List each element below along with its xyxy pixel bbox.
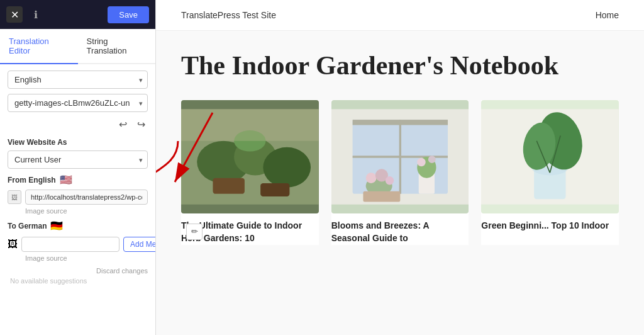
- card-1-image: [181, 100, 319, 213]
- undo-button[interactable]: ↩: [116, 117, 130, 132]
- svg-point-16: [385, 177, 393, 185]
- to-input-row: 🖼 Add Media: [8, 237, 148, 252]
- svg-point-14: [365, 173, 376, 184]
- close-button[interactable]: ✕: [6, 6, 23, 23]
- no-suggestions-text: No available suggestions: [8, 277, 148, 285]
- svg-rect-5: [260, 183, 289, 196]
- site-content: The Indoor Gardener's Notebook: [156, 31, 644, 258]
- to-label-text: To German: [8, 222, 47, 230]
- site-title: TranslatePress Test Site: [181, 10, 276, 20]
- to-value-input[interactable]: [21, 237, 119, 252]
- undo-redo-bar: ↩ ↪: [8, 117, 148, 132]
- svg-point-21: [428, 156, 436, 164]
- svg-point-20: [417, 158, 425, 166]
- info-icon: ℹ: [34, 9, 38, 21]
- card-2: Blooms and Breezes: A Seasonal Guide to: [331, 100, 469, 244]
- card-3: Green Beginni... Top 10 Indoor: [481, 100, 619, 244]
- svg-point-3: [263, 147, 311, 188]
- card-2-image: [331, 100, 469, 213]
- svg-rect-4: [213, 178, 244, 194]
- from-sublabel: Image source: [8, 207, 148, 215]
- tab-string-translation[interactable]: String Translation: [78, 29, 155, 64]
- to-sublabel: Image source: [8, 254, 148, 262]
- language-dropdown-wrap: EnglishGerman ▾: [8, 71, 148, 89]
- from-field-row: 🖼: [8, 190, 148, 205]
- svg-rect-17: [363, 191, 400, 202]
- to-section-label: To German 🇩🇪: [8, 220, 148, 232]
- close-icon: ✕: [11, 9, 19, 21]
- site-preview: TranslatePress Test Site Home The Indoor…: [156, 0, 644, 335]
- from-flag-icon: 🇺🇸: [60, 174, 72, 186]
- translation-panel: ✕ ℹ Save Translation Editor String Trans…: [0, 0, 156, 335]
- add-media-button[interactable]: Add Media: [123, 237, 155, 252]
- from-image-icon: 🖼: [8, 190, 21, 204]
- string-dropdown-wrap: getty-images-cLBmw26uZLc-unsplash ▾: [8, 94, 148, 112]
- site-header: TranslatePress Test Site Home: [156, 0, 644, 31]
- discard-changes-link[interactable]: Discard changes: [8, 267, 148, 275]
- from-value-input[interactable]: [25, 190, 148, 205]
- card-1: ✏ The Ultimate Guide to Indoor Herb Gard…: [181, 100, 319, 244]
- page-heading: The Indoor Gardener's Notebook: [181, 50, 619, 81]
- view-website-as-label: View Website As: [8, 138, 148, 147]
- string-dropdown[interactable]: getty-images-cLBmw26uZLc-unsplash: [8, 94, 148, 112]
- from-label-text: From English: [8, 176, 56, 185]
- card-3-image: [481, 100, 619, 213]
- to-image-icon: 🖼: [8, 239, 18, 250]
- site-nav: Home: [596, 10, 619, 20]
- card-3-title: Green Beginni... Top 10 Indoor: [481, 220, 619, 232]
- to-field-wrap: 🖼 Add Media Image source Discard changes…: [8, 237, 148, 285]
- save-button[interactable]: Save: [108, 6, 149, 23]
- view-as-dropdown[interactable]: Current UserGuest: [8, 150, 148, 169]
- redo-button[interactable]: ↪: [135, 117, 148, 132]
- card-2-title: Blooms and Breezes: A Seasonal Guide to: [331, 220, 469, 244]
- info-button[interactable]: ℹ: [28, 6, 44, 23]
- panel-header: ✕ ℹ Save: [0, 0, 155, 29]
- tab-translation-editor[interactable]: Translation Editor: [0, 29, 78, 64]
- card-grid: ✏ The Ultimate Guide to Indoor Herb Gard…: [181, 100, 619, 244]
- edit-pencil-button[interactable]: ✏: [186, 224, 203, 240]
- svg-rect-7: [181, 110, 319, 141]
- tab-bar: Translation Editor String Translation: [0, 29, 155, 64]
- panel-body: EnglishGerman ▾ getty-images-cLBmw26uZLc…: [0, 64, 155, 335]
- view-as-dropdown-wrap: Current UserGuest ▾: [8, 150, 148, 169]
- from-section-label: From English 🇺🇸: [8, 174, 148, 186]
- to-flag-icon: 🇩🇪: [50, 220, 63, 232]
- language-dropdown[interactable]: EnglishGerman: [8, 71, 148, 89]
